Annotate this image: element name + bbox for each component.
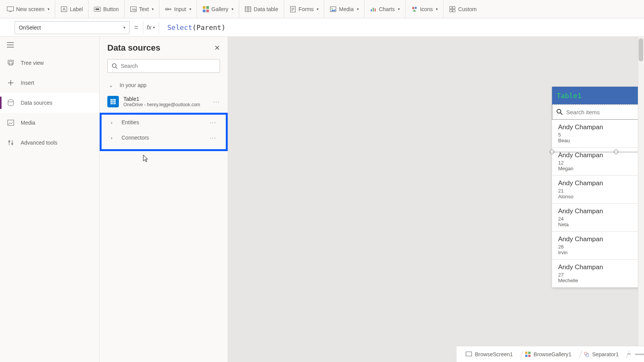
formula-input[interactable]: Select(Parent) (164, 23, 640, 31)
close-icon[interactable]: ✕ (214, 44, 220, 52)
chevron-down-icon: ▾ (317, 7, 319, 11)
gallery-item[interactable]: Andy Champan 27 Mechelle › (552, 260, 644, 288)
icons-button[interactable]: Icons ▾ (406, 0, 444, 18)
breadcrumb-gallery[interactable]: BrowseGallery1 (521, 349, 578, 360)
svg-point-41 (8, 100, 13, 102)
scrollbar-thumb[interactable] (639, 38, 643, 61)
entities-label: Entities (122, 119, 139, 125)
screen-icon (7, 6, 14, 13)
media-nav-label: Media (21, 120, 35, 126)
table1-item[interactable]: Table1 OneDrive - henry.legge@outlook.co… (100, 93, 228, 110)
item-sub: Megan (558, 166, 644, 171)
forms-button[interactable]: Forms ▾ (284, 0, 325, 18)
gallery-item[interactable]: Andy Champan 26 Irvin › (552, 232, 644, 260)
gallery-item[interactable]: Andy Champan 24 Neta › (552, 204, 644, 232)
chevron-down-icon: ▾ (123, 25, 125, 30)
gallery-button[interactable]: Gallery ▾ (197, 0, 239, 18)
svg-rect-11 (203, 6, 205, 9)
canvas-area[interactable]: Table1 Andy Champan 5 Beau › Andy Champa… (228, 37, 644, 362)
datatable-button[interactable]: Data table (239, 0, 284, 18)
phone-search-box[interactable] (552, 104, 644, 120)
hamburger-button[interactable] (0, 37, 99, 53)
svg-rect-29 (415, 7, 417, 9)
item-title: Andy Champan (558, 263, 644, 271)
advanced-tools-label: Advanced tools (21, 140, 58, 146)
charts-button[interactable]: Charts ▾ (365, 0, 406, 18)
in-your-app-section[interactable]: ⌄ In your app (100, 77, 228, 93)
advanced-tools-button[interactable]: Advanced tools (0, 133, 99, 153)
icons-label: Icons (420, 6, 433, 12)
svg-point-45 (112, 64, 116, 67)
more-icon[interactable]: ··· (210, 119, 217, 125)
zoom-slider[interactable] (635, 354, 644, 355)
svg-rect-59 (528, 355, 531, 357)
svg-rect-12 (206, 6, 209, 9)
vertical-scrollbar[interactable] (638, 37, 644, 362)
forms-icon (289, 6, 296, 13)
charts-icon (370, 6, 377, 13)
phone-search-input[interactable] (566, 109, 644, 115)
tree-view-label: Tree view (21, 60, 44, 66)
input-button[interactable]: Input ▾ (159, 0, 197, 18)
property-dropdown[interactable]: OnSelect ▾ (15, 21, 130, 34)
svg-rect-26 (373, 8, 374, 12)
item-number: 5 (558, 132, 644, 138)
item-title: Andy Champan (558, 123, 644, 131)
item-title: Andy Champan (558, 235, 644, 243)
breadcrumb-screen[interactable]: BrowseScreen1 (462, 349, 520, 360)
svg-rect-14 (206, 10, 209, 12)
breadcrumb-separator[interactable]: Separator1 (580, 349, 626, 360)
selection-line (550, 152, 644, 152)
label-button[interactable]: Label (55, 0, 89, 18)
forms-label: Forms (299, 6, 314, 12)
gallery-item[interactable]: Andy Champan 21 Alonso › (552, 176, 644, 204)
tree-view-button[interactable]: Tree view (0, 53, 99, 73)
insert-button[interactable]: Insert (0, 73, 99, 93)
item-title: Andy Champan (558, 151, 644, 159)
ds-search-box[interactable] (107, 59, 220, 73)
charts-label: Charts (379, 6, 395, 12)
gallery-icon (525, 352, 531, 357)
svg-rect-0 (7, 7, 14, 11)
entities-section[interactable]: › Entities ··· (102, 115, 226, 130)
icons-icon (411, 6, 418, 13)
text-label: Text (139, 6, 149, 12)
chevron-down-icon: ⌄ (109, 82, 114, 88)
custom-button[interactable]: Custom (444, 0, 482, 18)
connectors-section[interactable]: › Connectors ··· (102, 130, 226, 145)
button-icon (94, 6, 101, 13)
media-icon (330, 6, 337, 13)
media-nav-button[interactable]: Media (0, 113, 99, 133)
chevron-down-icon: ▾ (436, 7, 438, 11)
chevron-down-icon: ▾ (232, 7, 233, 11)
svg-line-54 (560, 113, 562, 115)
chevron-down-icon: ▾ (152, 7, 154, 11)
search-icon (556, 109, 563, 115)
data-sources-button[interactable]: Data sources (0, 93, 99, 113)
item-number: 26 (558, 244, 644, 250)
text-button[interactable]: Abc Text ▾ (125, 0, 160, 18)
search-icon (112, 63, 118, 69)
data-sources-label: Data sources (21, 100, 52, 106)
item-number: 24 (558, 216, 644, 222)
svg-rect-30 (450, 7, 452, 9)
highlight-annotation: › Entities ··· › Connectors ··· (100, 113, 228, 151)
media-button[interactable]: Media ▾ (324, 0, 364, 18)
text-icon: Abc (130, 6, 137, 13)
fx-icon: fx (147, 24, 151, 31)
more-icon[interactable]: ··· (210, 135, 217, 141)
ds-search-input[interactable] (121, 63, 216, 69)
button-button[interactable]: Button (89, 0, 124, 18)
gallery-icon (202, 6, 209, 13)
gallery-item[interactable]: Andy Champan 5 Beau › (552, 120, 644, 148)
svg-rect-38 (9, 61, 12, 65)
equals-label: = (134, 23, 138, 31)
more-icon[interactable]: ··· (213, 99, 220, 105)
hamburger-icon (7, 42, 14, 48)
item-number: 12 (558, 160, 644, 166)
phone-title: Table1 (557, 92, 636, 100)
ds-panel-title: Data sources (107, 43, 160, 53)
new-screen-button[interactable]: New screen ▾ (2, 0, 55, 18)
datatable-label: Data table (254, 6, 278, 12)
fx-button[interactable]: fx ▾ (143, 21, 159, 34)
